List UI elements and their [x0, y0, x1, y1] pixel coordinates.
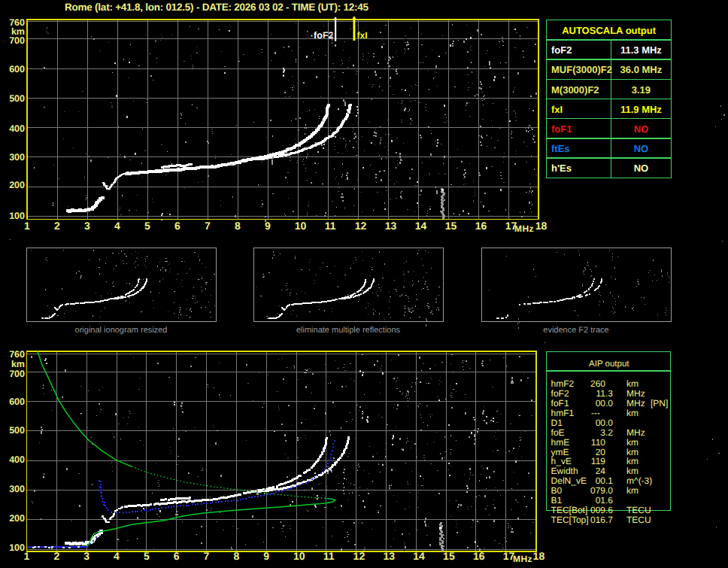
svg-text:00: 00 [596, 475, 606, 486]
svg-text:MHz: MHz [626, 398, 645, 409]
svg-text:km: km [626, 378, 639, 389]
svg-text:00: 00 [596, 418, 606, 428]
svg-text:AUTOSCALA output: AUTOSCALA output [562, 25, 657, 36]
svg-text:km: km [626, 408, 639, 418]
svg-text:01: 01 [596, 495, 606, 506]
svg-text:foE: foE [551, 427, 565, 438]
svg-text:100: 100 [9, 211, 25, 221]
svg-text:TEC[Top]: TEC[Top] [551, 515, 589, 525]
svg-text:24: 24 [596, 466, 606, 476]
svg-text:AIP output: AIP output [589, 360, 629, 369]
svg-text:.0: .0 [605, 485, 613, 496]
svg-text:TEC[Bot]: TEC[Bot] [551, 505, 588, 515]
svg-text:TECU: TECU [626, 515, 651, 525]
svg-text:ftEs: ftEs [551, 143, 570, 154]
svg-text:ymE: ymE [551, 447, 569, 457]
svg-text:18: 18 [535, 220, 548, 232]
svg-text:3.19: 3.19 [632, 84, 651, 96]
svg-text:2: 2 [53, 550, 59, 562]
svg-text:400: 400 [9, 454, 25, 465]
svg-text:10: 10 [295, 220, 307, 232]
svg-text:700: 700 [9, 35, 25, 46]
svg-text:MHz: MHz [626, 427, 645, 438]
svg-text:300: 300 [9, 152, 25, 163]
svg-text:00: 00 [596, 398, 606, 409]
svg-text:D1: D1 [551, 418, 563, 428]
svg-text:260: 260 [590, 378, 605, 389]
svg-text:evidence F2 trace: evidence F2 trace [543, 326, 608, 335]
svg-text:2: 2 [54, 220, 60, 232]
svg-text:1: 1 [24, 550, 30, 562]
svg-text:500: 500 [9, 425, 25, 436]
svg-text:11: 11 [596, 388, 606, 399]
svg-text:foF2: foF2 [551, 44, 572, 56]
svg-text:hmF1: hmF1 [551, 408, 575, 418]
svg-text:[PN]: [PN] [651, 398, 668, 409]
svg-text:eliminate multiple reflections: eliminate multiple reflections [296, 326, 401, 335]
svg-text:hmE: hmE [551, 437, 570, 448]
svg-text:10: 10 [293, 550, 305, 562]
svg-text:5: 5 [144, 550, 150, 562]
svg-text:foF1: foF1 [551, 398, 569, 409]
svg-text:---: --- [591, 408, 600, 418]
svg-text:foF1: foF1 [551, 123, 572, 135]
svg-text:3: 3 [83, 550, 89, 562]
svg-text:100: 100 [9, 542, 25, 553]
svg-text:600: 600 [9, 396, 25, 407]
svg-text:7: 7 [204, 550, 210, 562]
svg-text:3: 3 [84, 220, 90, 232]
svg-text:.6: .6 [605, 505, 613, 515]
svg-text:km: km [626, 466, 639, 476]
svg-text:11.3 MHz: 11.3 MHz [620, 44, 662, 56]
svg-text:13: 13 [385, 220, 397, 232]
svg-text:h_vE: h_vE [551, 456, 572, 466]
svg-text:m^(-3): m^(-3) [626, 475, 652, 486]
svg-text:18: 18 [533, 550, 545, 562]
svg-text:11.9 MHz: 11.9 MHz [620, 104, 662, 115]
svg-text:20: 20 [596, 447, 606, 457]
svg-text:fxI: fxI [551, 104, 563, 115]
svg-text:M(3000)F2: M(3000)F2 [551, 84, 599, 96]
svg-text:760: 760 [9, 349, 25, 360]
svg-text:300: 300 [9, 484, 25, 494]
svg-text:.0: .0 [605, 418, 613, 428]
svg-text:.0: .0 [605, 398, 613, 409]
svg-text:600: 600 [9, 64, 25, 74]
svg-text:B1: B1 [551, 495, 563, 506]
svg-text:5: 5 [144, 220, 150, 232]
svg-text:500: 500 [9, 93, 25, 104]
svg-text:9: 9 [263, 550, 269, 562]
svg-text:TECU: TECU [626, 505, 651, 515]
svg-text:.3: .3 [605, 388, 613, 399]
svg-text:11: 11 [323, 550, 335, 562]
svg-text:11: 11 [325, 220, 336, 232]
svg-text:7: 7 [205, 220, 211, 232]
svg-text:MHz: MHz [626, 388, 645, 399]
svg-text:km: km [626, 485, 639, 496]
svg-text:NO: NO [634, 123, 649, 135]
svg-text:4: 4 [114, 550, 120, 562]
svg-text:400: 400 [9, 123, 25, 134]
svg-text:16: 16 [475, 220, 487, 232]
svg-text:MHz: MHz [514, 223, 534, 234]
svg-text:016: 016 [590, 515, 605, 525]
svg-text:13: 13 [384, 550, 396, 562]
svg-text:MUF(3000)F2: MUF(3000)F2 [551, 64, 612, 75]
svg-text:.1: .1 [605, 475, 613, 486]
svg-text:.6: .6 [605, 495, 613, 506]
svg-text:6: 6 [174, 550, 180, 562]
svg-text:1: 1 [24, 220, 30, 232]
svg-text:110: 110 [591, 437, 605, 448]
svg-text:8: 8 [233, 550, 239, 562]
svg-text:200: 200 [9, 180, 25, 190]
svg-text:km: km [626, 456, 639, 466]
svg-text:Ewidth: Ewidth [551, 466, 578, 476]
svg-text:14: 14 [413, 550, 425, 562]
svg-text:NO: NO [634, 163, 649, 174]
svg-text:hmF2: hmF2 [551, 378, 575, 389]
svg-text:4: 4 [114, 220, 120, 232]
svg-text:km: km [626, 437, 639, 448]
svg-text:6: 6 [174, 220, 180, 232]
svg-text:36.0 MHz: 36.0 MHz [620, 64, 663, 75]
svg-text:14: 14 [415, 220, 427, 232]
